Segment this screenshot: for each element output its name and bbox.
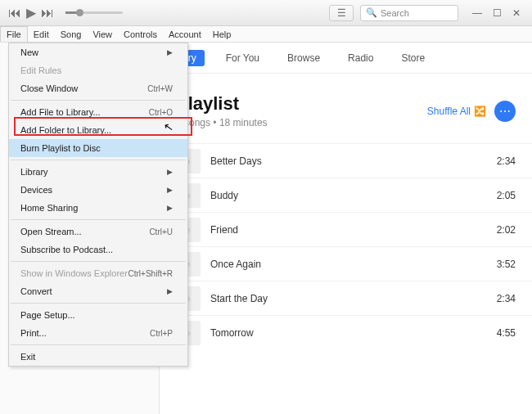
song-list: ♪Better Days2:34♪Buddy2:05♪Friend2:02♪On… [160,143,532,414]
playlist-header: Playlist 6 songs • 18 minutes Shuffle Al… [160,74,532,143]
menu-separator [11,344,186,345]
song-duration: 4:55 [497,327,516,339]
search-input[interactable]: 🔍 Search [360,5,458,21]
menu-item[interactable]: Burn Playlist to Disc [9,139,187,157]
nav-tabs: ary For You Browse Radio Store [160,43,532,74]
menu-shortcut: Ctrl+U [149,227,173,236]
song-duration: 2:34 [497,155,516,167]
menu-item[interactable]: Library▶ [9,163,187,181]
chevron-right-icon: ▶ [167,48,173,56]
menu-item[interactable]: Devices▶ [9,181,187,199]
menu-item[interactable]: Convert▶ [9,282,187,300]
menu-item-label: Devices [20,185,52,195]
menu-item-label: Exit [20,352,35,362]
chevron-right-icon: ▶ [167,287,173,295]
menu-item[interactable]: Home Sharing▶ [9,199,187,217]
menu-item[interactable]: Add File to Library...Ctrl+O [9,103,187,121]
playlist-title: Playlist [176,93,268,115]
menu-item[interactable]: Subscribe to Podcast... [9,241,187,259]
playback-controls: ⏮ ▶ ⏭ [0,5,131,20]
shuffle-button[interactable]: Shuffle All 🔀 [427,106,486,117]
menu-item-label: Open Stream... [20,227,82,236]
menu-item-label: New [20,47,38,57]
menu-shortcut: Ctrl+P [150,329,173,338]
menu-edit[interactable]: Edit [28,26,55,42]
menu-controls[interactable]: Controls [118,26,163,42]
song-row[interactable]: ♪Start the Day2:34 [160,281,532,315]
menu-file[interactable]: File [0,26,28,42]
menu-separator [11,261,186,262]
tab-radio[interactable]: Radio [341,49,380,67]
play-icon[interactable]: ▶ [26,5,36,20]
close-button[interactable]: ✕ [507,5,525,21]
menu-shortcut: Ctrl+W [147,84,173,93]
search-placeholder: Search [381,8,409,18]
menubar: File Edit Song View Controls Account Hel… [0,26,532,43]
main-panel: ary For You Browse Radio Store Playlist … [160,43,532,414]
menu-item-label: Add File to Library... [20,107,101,117]
menu-account[interactable]: Account [163,26,207,42]
volume-slider[interactable] [65,11,123,14]
menu-item-label: Subscribe to Podcast... [20,245,113,254]
playlist-meta: 6 songs • 18 minutes [176,117,268,128]
search-icon: 🔍 [366,7,377,18]
song-title: Friend [210,224,238,236]
menu-item-label: Burn Playlist to Disc [20,143,101,153]
window-buttons: ― ☐ ✕ [468,5,525,21]
menu-song[interactable]: Song [55,26,88,42]
shuffle-icon: 🔀 [474,106,486,117]
more-button[interactable]: ⋯ [494,101,516,122]
menu-item-label: Close Window [20,83,78,93]
menu-item-label: Edit Rules [20,65,61,75]
menu-item-label: Print... [20,328,47,338]
menu-item-label: Show in Windows Explorer [20,268,128,278]
titlebar: ⏮ ▶ ⏭ ☰ 🔍 Search ― ☐ ✕ [0,0,532,26]
maximize-button[interactable]: ☐ [488,5,506,21]
song-title: Tomorrow [210,327,254,339]
menu-view[interactable]: View [87,26,118,42]
menu-item: Show in Windows ExplorerCtrl+Shift+R [9,264,187,282]
song-title: Start the Day [210,293,268,304]
tab-browse[interactable]: Browse [281,49,327,67]
menu-item-label: Add Folder to Library... [20,125,111,135]
menu-item-label: Page Setup... [20,310,75,320]
song-row[interactable]: ♪Once Again3:52 [160,246,532,281]
menu-item-label: Library [20,167,48,177]
chevron-right-icon: ▶ [167,186,173,194]
minimize-button[interactable]: ― [468,5,486,21]
prev-icon[interactable]: ⏮ [8,6,21,20]
playlist-title-block: Playlist 6 songs • 18 minutes [176,93,268,128]
menu-shortcut: Ctrl+O [149,108,173,117]
menu-item[interactable]: Close WindowCtrl+W [9,79,187,97]
list-view-button[interactable]: ☰ [329,5,354,21]
song-row[interactable]: ♪Buddy2:05 [160,178,532,212]
menu-separator [11,219,186,220]
playlist-actions: Shuffle All 🔀 ⋯ [427,101,516,122]
menu-item: Edit Rules [9,61,187,79]
shuffle-label: Shuffle All [427,106,471,117]
song-row[interactable]: ♪Friend2:02 [160,212,532,246]
menu-item[interactable]: Exit [9,348,187,366]
tab-store[interactable]: Store [394,49,431,67]
chevron-right-icon: ▶ [167,204,173,212]
menu-item[interactable]: Open Stream...Ctrl+U [9,223,187,241]
next-icon[interactable]: ⏭ [41,6,54,20]
file-menu-dropdown: New▶Edit RulesClose WindowCtrl+WAdd File… [8,43,188,367]
menu-item[interactable]: Add Folder to Library... [9,121,187,139]
menu-item[interactable]: Print...Ctrl+P [9,324,187,342]
menu-item[interactable]: Page Setup... [9,306,187,324]
menu-separator [11,160,186,160]
song-duration: 2:05 [497,190,516,201]
song-title: Buddy [210,190,238,201]
song-row[interactable]: ♪Tomorrow4:55 [160,315,532,349]
menu-item[interactable]: New▶ [9,43,187,61]
tab-for-you[interactable]: For You [219,49,266,67]
right-controls: ☰ 🔍 Search ― ☐ ✕ [322,5,532,21]
song-row[interactable]: ♪Better Days2:34 [160,143,532,178]
song-duration: 2:34 [497,293,516,304]
menu-help[interactable]: Help [207,26,237,42]
more-icon: ⋯ [499,105,511,118]
menu-item-label: Convert [20,286,52,296]
menu-shortcut: Ctrl+Shift+R [128,269,173,278]
menu-separator [11,303,186,304]
